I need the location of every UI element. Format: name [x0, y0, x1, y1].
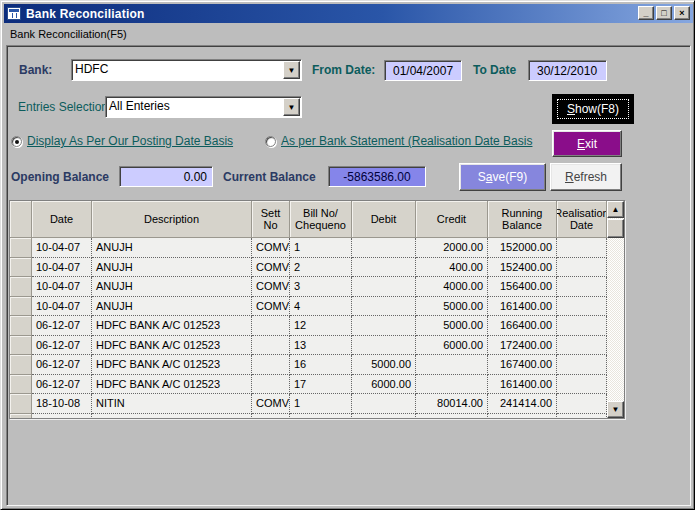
cell-debit[interactable] [352, 316, 416, 336]
cell-credit[interactable]: 4000.00 [416, 277, 488, 297]
cell-bill-no[interactable]: 16 [290, 355, 352, 375]
cell-date[interactable]: 06-12-07 [32, 316, 92, 336]
row-selector[interactable] [10, 414, 32, 419]
cell-realisation-date[interactable] [557, 414, 607, 419]
cell-realisation-date[interactable] [557, 238, 607, 258]
row-selector[interactable] [10, 258, 32, 278]
scroll-down-icon[interactable]: ▼ [607, 401, 624, 418]
cell-bill-no[interactable]: 3 [290, 277, 352, 297]
cell-debit[interactable]: 6000.00 [352, 375, 416, 395]
cell-running-balance[interactable]: 156400.00 [488, 277, 557, 297]
cell-description[interactable]: ANUJH [92, 258, 252, 278]
cell-realisation-date[interactable] [557, 375, 607, 395]
cell-description[interactable]: ANUJH [92, 238, 252, 258]
row-selector[interactable] [10, 277, 32, 297]
cell-credit[interactable] [416, 414, 488, 419]
cell-debit[interactable] [352, 414, 416, 419]
opening-balance-field[interactable]: 0.00 [119, 166, 213, 187]
row-selector[interactable] [10, 297, 32, 317]
cell-bill-no[interactable]: 17 [290, 375, 352, 395]
row-selector[interactable] [10, 316, 32, 336]
cell-sett-no[interactable]: COMVO [252, 258, 290, 278]
minimize-icon[interactable]: _ [638, 6, 654, 20]
cell-realisation-date[interactable] [557, 316, 607, 336]
cell-bill-no[interactable]: 2 [290, 258, 352, 278]
cell-bill-no[interactable] [290, 414, 352, 419]
cell-running-balance[interactable] [488, 414, 557, 419]
cell-credit[interactable]: 5000.00 [416, 316, 488, 336]
cell-description[interactable]: HDFC BANK A/C 012523 [92, 375, 252, 395]
cell-debit[interactable] [352, 258, 416, 278]
radio-posting-date-basis[interactable] [11, 136, 22, 147]
chevron-down-icon[interactable]: ▼ [283, 98, 300, 116]
cell-sett-no[interactable] [252, 355, 290, 375]
from-date-field[interactable]: 01/04/2007 [384, 60, 462, 81]
cell-description[interactable]: ANUJH [92, 297, 252, 317]
cell-realisation-date[interactable] [557, 277, 607, 297]
row-selector[interactable] [10, 355, 32, 375]
cell-bill-no[interactable]: 4 [290, 297, 352, 317]
cell-credit[interactable]: 400.00 [416, 258, 488, 278]
cell-date[interactable]: 10-04-07 [32, 277, 92, 297]
cell-running-balance[interactable]: 172400.00 [488, 336, 557, 356]
cell-date[interactable]: 10-04-07 [32, 258, 92, 278]
radio-posting-date-label[interactable]: Display As Per Our Posting Date Basis [27, 134, 233, 148]
cell-realisation-date[interactable] [557, 394, 607, 414]
cell-description[interactable]: NITIN [92, 394, 252, 414]
cell-debit[interactable] [352, 394, 416, 414]
cell-date[interactable]: 06-12-07 [32, 336, 92, 356]
bank-combobox[interactable]: HDFC ▼ [71, 59, 302, 81]
cell-credit[interactable]: 2000.00 [416, 238, 488, 258]
cell-credit[interactable]: 80014.00 [416, 394, 488, 414]
cell-running-balance[interactable]: 167400.00 [488, 355, 557, 375]
cell-sett-no[interactable]: COMVO [252, 238, 290, 258]
row-selector[interactable] [10, 238, 32, 258]
cell-bill-no[interactable]: 12 [290, 316, 352, 336]
cell-credit[interactable]: 6000.00 [416, 336, 488, 356]
cell-description[interactable]: HDFC BANK A/C 012523 [92, 336, 252, 356]
cell-running-balance[interactable]: 166400.00 [488, 316, 557, 336]
cell-sett-no[interactable] [252, 336, 290, 356]
cell-realisation-date[interactable] [557, 336, 607, 356]
cell-date[interactable]: 06-12-07 [32, 355, 92, 375]
cell-date[interactable] [32, 414, 92, 419]
cell-running-balance[interactable]: 241414.00 [488, 394, 557, 414]
exit-button[interactable]: Exit [552, 130, 622, 157]
cell-description[interactable]: HDFC BANK A/C 012523 [92, 355, 252, 375]
cell-realisation-date[interactable] [557, 258, 607, 278]
maximize-icon[interactable]: □ [656, 6, 672, 20]
chevron-down-icon[interactable]: ▼ [283, 61, 300, 79]
cell-sett-no[interactable]: COMVO [252, 394, 290, 414]
cell-sett-no[interactable] [252, 414, 290, 419]
scrollbar-thumb[interactable] [607, 219, 624, 238]
scrollbar-track[interactable] [607, 238, 624, 401]
cell-date[interactable]: 06-12-07 [32, 375, 92, 395]
cell-bill-no[interactable]: 1 [290, 238, 352, 258]
cell-realisation-date[interactable] [557, 297, 607, 317]
cell-debit[interactable] [352, 297, 416, 317]
show-button[interactable]: Show(F8) [552, 94, 634, 124]
cell-description[interactable]: ANUJH [92, 277, 252, 297]
row-selector[interactable] [10, 336, 32, 356]
radio-realisation-date-basis[interactable] [265, 136, 276, 147]
menu-item-bank-reconciliation[interactable]: Bank Reconciliation(F5) [4, 26, 133, 42]
scroll-up-icon[interactable]: ▲ [607, 201, 624, 218]
cell-credit[interactable]: 5000.00 [416, 297, 488, 317]
cell-running-balance[interactable]: 152400.00 [488, 258, 557, 278]
cell-sett-no[interactable] [252, 375, 290, 395]
cell-date[interactable]: 18-10-08 [32, 394, 92, 414]
cell-running-balance[interactable]: 161400.00 [488, 297, 557, 317]
to-date-field[interactable]: 30/12/2010 [528, 60, 607, 81]
close-icon[interactable]: × [674, 6, 690, 20]
save-button[interactable]: Save(F9) [459, 163, 546, 191]
cell-bill-no[interactable]: 13 [290, 336, 352, 356]
cell-sett-no[interactable]: COMVO [252, 277, 290, 297]
cell-description[interactable]: HDFC BANK A/C 012523 [92, 316, 252, 336]
cell-running-balance[interactable]: 152000.00 [488, 238, 557, 258]
cell-credit[interactable] [416, 375, 488, 395]
cell-running-balance[interactable]: 161400.00 [488, 375, 557, 395]
cell-sett-no[interactable] [252, 316, 290, 336]
cell-date[interactable]: 10-04-07 [32, 238, 92, 258]
entries-selection-combobox[interactable]: All Enteries ▼ [105, 96, 302, 118]
vertical-scrollbar[interactable]: ▲ ▼ [607, 201, 624, 418]
